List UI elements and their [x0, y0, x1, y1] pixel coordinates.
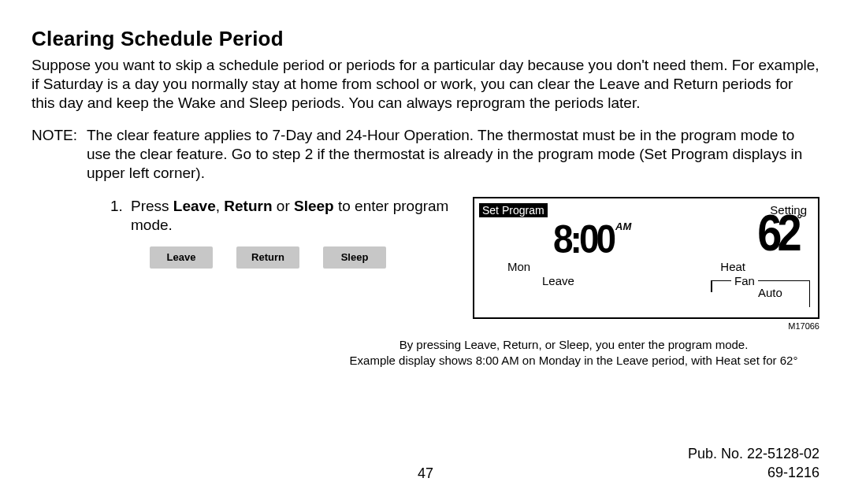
ampm-label: AM — [615, 220, 631, 232]
fan-box: Fan Auto — [711, 280, 810, 307]
step-number: 1. — [110, 197, 131, 235]
caption-line-2: Example display shows 8:00 AM on Monday … — [350, 354, 798, 367]
intro-paragraph: Suppose you want to skip a schedule peri… — [32, 56, 819, 112]
text: or — [273, 198, 294, 214]
temp-block: 62 ° — [757, 211, 802, 255]
text: , — [216, 198, 225, 214]
note-label: NOTE: — [32, 126, 87, 182]
bold-leave: Leave — [173, 198, 216, 214]
leave-button[interactable]: Leave — [150, 246, 213, 269]
fan-label: Fan — [731, 274, 758, 287]
button-bar: Leave Return Sleep — [150, 246, 473, 269]
sleep-button[interactable]: Sleep — [323, 246, 386, 269]
figure-caption: By pressing Leave, Return, or Sleep, you… — [331, 337, 819, 369]
step-1: 1. Press Leave, Return or Sleep to enter… — [110, 197, 473, 235]
bold-sleep: Sleep — [294, 198, 334, 214]
page-number: 47 — [418, 465, 433, 482]
manual-page: Clearing Schedule Period Suppose you wan… — [0, 0, 851, 504]
figure-code: M17066 — [473, 321, 819, 331]
step-text: Press Leave, Return or Sleep to enter pr… — [131, 197, 473, 235]
bold-return: Return — [224, 198, 272, 214]
day-label: Mon — [507, 260, 530, 273]
pub-number: Pub. No. 22-5128-02 — [688, 445, 819, 463]
step-row: 1. Press Leave, Return or Sleep to enter… — [32, 197, 819, 331]
text: Press — [131, 198, 173, 214]
system-label: Heat — [720, 260, 745, 273]
caption-line-1: By pressing Leave, Return, or Sleep, you… — [399, 338, 749, 351]
period-label: Leave — [542, 274, 574, 287]
temp-value: 62 — [757, 207, 797, 258]
doc-number: 69-1216 — [688, 464, 819, 482]
note-block: NOTE: The clear feature applies to 7-Day… — [32, 126, 819, 182]
set-program-badge: Set Program — [479, 203, 548, 217]
return-button[interactable]: Return — [236, 246, 299, 269]
page-footer: 47 Pub. No. 22-5128-02 69-1216 — [32, 445, 819, 482]
lcd-figure: Set Program Setting 8:00 AM 62 ° Mon Lea… — [473, 197, 819, 331]
lcd-screen: Set Program Setting 8:00 AM 62 ° Mon Lea… — [473, 197, 819, 319]
time-value: 8:00 — [553, 215, 613, 261]
section-heading: Clearing Schedule Period — [32, 27, 819, 51]
note-body: The clear feature applies to 7-Day and 2… — [87, 126, 819, 182]
time-block: 8:00 AM — [553, 217, 631, 260]
degree-icon: ° — [797, 213, 802, 227]
fan-mode: Auto — [758, 286, 782, 299]
